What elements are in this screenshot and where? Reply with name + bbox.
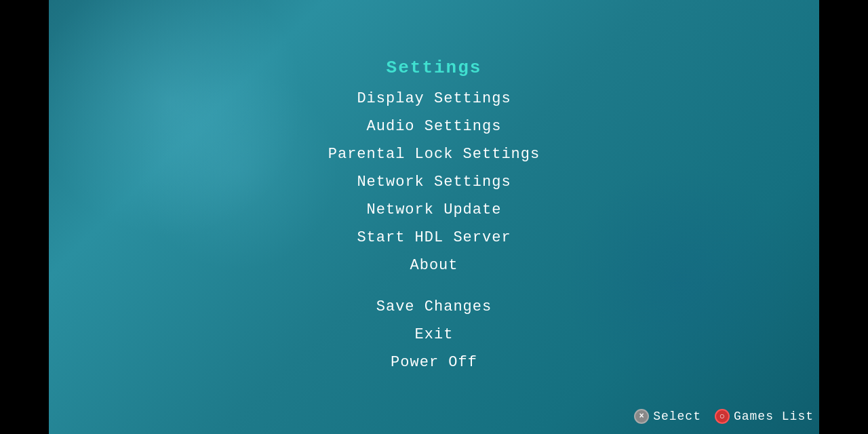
menu-item-about[interactable]: About [328,252,540,279]
bg-decoration-2 [563,163,800,400]
menu-item-network-update[interactable]: Network Update [328,196,540,224]
hint-games-list: ○ Games List [715,409,814,424]
main-screen: Settings Display Settings Audio Settings… [0,0,868,434]
menu-item-audio-settings[interactable]: Audio Settings [328,113,540,140]
x-button-icon[interactable]: × [634,409,649,424]
left-bar [0,0,49,434]
menu-item-start-hdl-server[interactable]: Start HDL Server [328,224,540,252]
menu-item-save-changes[interactable]: Save Changes [328,293,540,321]
menu-item-parental-lock-settings[interactable]: Parental Lock Settings [328,140,540,168]
menu-title: Settings [387,58,482,78]
menu-item-network-settings[interactable]: Network Settings [328,168,540,196]
menu-container: Settings Display Settings Audio Settings… [328,58,540,376]
menu-item-power-off[interactable]: Power Off [328,349,540,376]
hint-select: × Select [634,409,701,424]
bottom-hints: × Select ○ Games List [634,409,814,424]
bg-decoration-3 [136,68,339,271]
circle-button-icon[interactable]: ○ [715,409,730,424]
right-bar [819,0,868,434]
games-list-label: Games List [734,410,814,423]
menu-item-display-settings[interactable]: Display Settings [328,85,540,113]
select-label: Select [653,410,701,423]
menu-item-exit[interactable]: Exit [328,321,540,349]
